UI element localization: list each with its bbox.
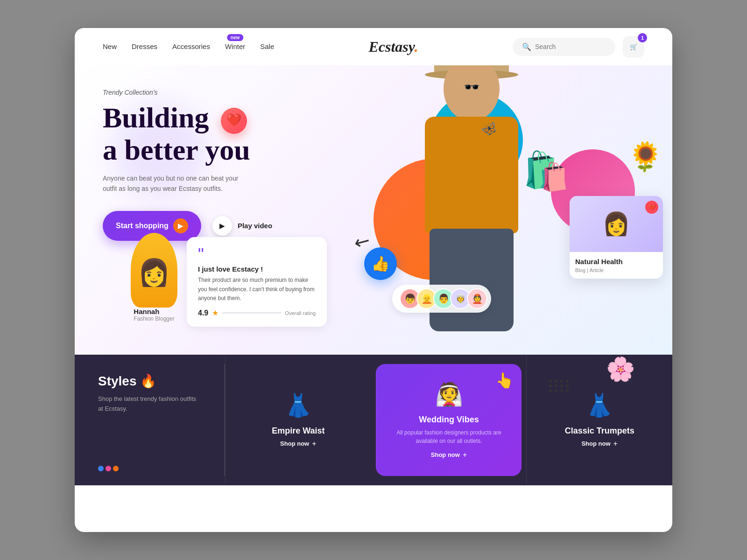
dots-decoration <box>549 380 570 392</box>
new-badge: new <box>227 34 243 41</box>
model-sweater <box>425 117 518 233</box>
dot-orange <box>113 466 119 471</box>
rating-number: 4.9 <box>198 309 208 317</box>
wedding-shop-link[interactable]: Shop now + <box>431 451 467 459</box>
wedding-icon: 👰 <box>435 381 463 407</box>
plus-icon: + <box>312 440 316 448</box>
nav-item-dresses[interactable]: Dresses <box>132 42 157 51</box>
avatar-5: 👲 <box>467 288 487 309</box>
search-bar[interactable]: 🔍 <box>513 38 615 56</box>
classic-icon: 👗 <box>585 392 613 419</box>
sunflower-icon: 🌻 <box>628 140 663 173</box>
nav-item-winter[interactable]: new Winter <box>225 42 245 51</box>
health-card-body: Natural Health Blog | Article <box>570 252 663 279</box>
plus-icon-2: + <box>463 451 467 459</box>
styles-panel: Styles 🔥 Shop the latest trendy fashion … <box>75 355 224 485</box>
model-head: 🕶️ <box>444 65 500 121</box>
style-card-empire: 👗 Empire Waist Shop now + <box>225 355 371 485</box>
testimonial-box: " I just love Ecstacy ! Their product ar… <box>187 237 327 327</box>
classic-name: Classic Trumpets <box>565 426 634 436</box>
empire-name: Empire Waist <box>272 426 324 436</box>
logo: Ecstasy. <box>274 38 513 56</box>
search-input[interactable] <box>535 43 606 50</box>
wedding-name: Wedding Vibes <box>419 415 479 425</box>
health-card-title: Natural Health <box>575 258 657 266</box>
model-legs <box>430 229 514 331</box>
arrow-icon: ▶ <box>173 218 188 233</box>
cart-button[interactable]: 🛒 1 <box>623 36 644 57</box>
empire-shop-link[interactable]: Shop now + <box>280 440 316 448</box>
testimonial-title: I just love Ecstacy ! <box>198 265 316 273</box>
heart-icon: ❤️ <box>221 108 247 134</box>
avatars-row: 👦 👱 👨 👳 👲 <box>392 285 491 313</box>
styles-dots <box>98 466 119 471</box>
styles-desc: Shop the latest trendy fashion outfits a… <box>98 394 201 414</box>
nav-item-sale[interactable]: Sale <box>260 42 274 51</box>
navbar: New Dresses Accessories new Winter Sale … <box>75 28 672 65</box>
dot-pink <box>106 466 111 471</box>
style-card-classic: 👗 Classic Trumpets Shop now + <box>526 355 672 485</box>
dot-blue <box>98 466 104 471</box>
search-icon: 🔍 <box>522 42 531 51</box>
hero-description: Anyone can beat you but no one can beat … <box>103 173 252 194</box>
empire-icon: 👗 <box>284 392 312 419</box>
nav-links: New Dresses Accessories new Winter Sale <box>103 42 274 51</box>
shopping-bags: 🛍️ <box>523 149 570 193</box>
page-wrapper: New Dresses Accessories new Winter Sale … <box>75 28 672 532</box>
style-card-wedding: 👰 Wedding Vibes All popular fashion desi… <box>376 364 522 476</box>
health-card: 👩 ❤️ Natural Health Blog | Article <box>570 196 663 279</box>
wedding-desc: All popular fashion designers products a… <box>390 428 508 445</box>
styles-title: Styles 🔥 <box>98 373 201 389</box>
rating-row: 4.9 ★ Overall rating <box>198 308 316 317</box>
cart-count: 1 <box>638 33 647 42</box>
testimonial-text: Their product are so much premium to mak… <box>198 276 316 303</box>
nav-item-new[interactable]: New <box>103 42 117 51</box>
hand-icon: 👆 <box>495 371 514 389</box>
hero-title: Building ❤️ a better you <box>103 102 336 166</box>
sunglasses-icon: 🕶️ <box>464 79 480 95</box>
health-card-heart-icon: ❤️ <box>645 201 658 214</box>
blogger-info: Hannah Fashion Blogger <box>134 308 174 322</box>
hero-content: Trendy Collection's Building ❤️ a better… <box>103 75 336 241</box>
classic-shop-link[interactable]: Shop now + <box>581 440 617 448</box>
testimonial-area: 👩 Hannah Fashion Blogger " I just love E… <box>131 233 327 327</box>
pink-flower-icon: 🌸 <box>606 356 635 383</box>
blogger-person: 👩 <box>131 233 177 308</box>
hero-section: Trendy Collection's Building ❤️ a better… <box>75 65 672 355</box>
health-card-subtitle: Blog | Article <box>575 267 657 273</box>
rating-label: Overall rating <box>285 310 316 316</box>
nav-right: 🔍 🛒 1 <box>513 36 644 57</box>
nav-item-accessories[interactable]: Accessories <box>172 42 210 51</box>
health-card-image: 👩 ❤️ <box>570 196 663 252</box>
like-button[interactable]: 👍 <box>364 247 397 280</box>
blogger-role: Fashion Blogger <box>134 315 174 322</box>
star-icon: ★ <box>212 308 218 317</box>
hero-image-area: 🕶️ 🛍️ 🦋 👍 👦 👱 👨 👳 👲 <box>336 65 672 355</box>
rating-bar <box>222 312 281 314</box>
quote-mark: " <box>198 246 316 263</box>
cart-icon: 🛒 <box>630 43 638 50</box>
bottom-section: Styles 🔥 Shop the latest trendy fashion … <box>75 355 672 485</box>
plus-icon-3: + <box>613 440 618 448</box>
blogger-name: Hannah <box>134 308 174 315</box>
hero-subtitle: Trendy Collection's <box>103 89 336 96</box>
